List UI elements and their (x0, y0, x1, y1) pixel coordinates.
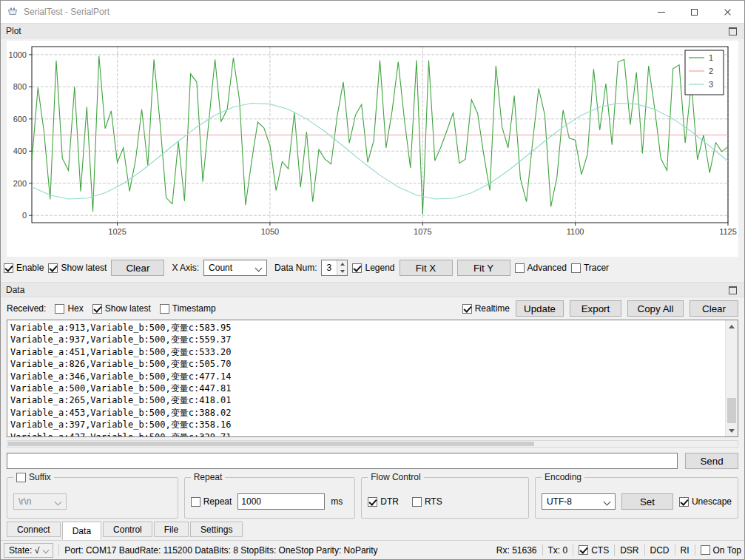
svg-text:1100: 1100 (567, 227, 584, 236)
tab-settings[interactable]: Settings (190, 522, 243, 537)
plot-show-latest-label: Show latest (61, 263, 107, 273)
plot-controls: Enable Show latest Clear X Axis: Count D… (1, 257, 744, 282)
plot-canvas[interactable]: 1025105010751100112502004006008001000123 (7, 41, 738, 252)
data-show-latest-box[interactable] (92, 304, 102, 314)
horizontal-scrollbar[interactable] (7, 440, 738, 448)
hex-checkbox[interactable]: Hex (55, 303, 83, 314)
suffix-checkbox[interactable]: Suffix (16, 472, 51, 482)
enable-checkbox[interactable]: Enable (4, 263, 44, 273)
copy-all-button[interactable]: Copy All (627, 300, 684, 317)
plot-clear-button[interactable]: Clear (111, 260, 164, 276)
update-button[interactable]: Update (516, 300, 564, 317)
rts-checkbox[interactable]: RTS (412, 496, 442, 507)
vertical-scrollbar[interactable] (725, 320, 738, 436)
port-info: Port: COM17 BaudRate: 115200 DataBits: 8… (64, 545, 377, 556)
x-axis-combo[interactable]: Count (203, 260, 267, 276)
fit-y-button[interactable]: Fit Y (457, 260, 510, 276)
maximize-icon (691, 9, 698, 16)
suffix-value: \r\n (18, 496, 31, 507)
repeat-interval-input[interactable] (237, 493, 325, 510)
tab-connect[interactable]: Connect (7, 522, 61, 537)
scroll-up-icon[interactable] (726, 320, 738, 332)
rts-checkbox-box[interactable] (412, 497, 422, 507)
on-top-checkbox-box[interactable] (701, 545, 710, 555)
plot-show-latest-box[interactable] (48, 263, 58, 273)
repeat-group-title: Repeat (191, 472, 226, 482)
advanced-checkbox-box[interactable] (515, 263, 525, 273)
minimize-icon (658, 12, 665, 13)
tab-control[interactable]: Control (103, 522, 152, 537)
enable-checkbox-box[interactable] (4, 263, 13, 273)
dtr-checkbox[interactable]: DTR (368, 496, 399, 507)
send-button[interactable]: Send (685, 453, 738, 469)
svg-text:1: 1 (709, 53, 713, 62)
repeat-unit-label: ms (331, 496, 343, 507)
repeat-checkbox[interactable]: Repeat (191, 496, 232, 507)
legend-checkbox[interactable]: Legend (352, 263, 394, 273)
scroll-down-icon[interactable] (726, 425, 738, 436)
data-num-spinner[interactable]: 3 (321, 260, 348, 276)
tab-data[interactable]: Data (62, 522, 101, 540)
svg-text:0: 0 (22, 211, 27, 220)
unescape-checkbox-box[interactable] (679, 497, 689, 507)
hex-checkbox-box[interactable] (55, 304, 64, 314)
spin-down-icon[interactable] (337, 268, 347, 275)
data-clear-button[interactable]: Clear (690, 300, 738, 317)
scrollbar-thumb[interactable] (727, 398, 736, 423)
tab-file[interactable]: File (154, 522, 189, 537)
plot-dock-title: Plot (6, 26, 727, 36)
export-button[interactable]: Export (570, 300, 621, 317)
svg-text:800: 800 (13, 82, 27, 91)
plot-show-latest-checkbox[interactable]: Show latest (48, 263, 107, 273)
received-line: Variable_a:451,Variable_b:500,变量c:533.20 (10, 346, 735, 358)
send-option-groups: Suffix \r\n Repeat Repeat ms Flow Contro… (7, 477, 738, 519)
close-button[interactable] (711, 1, 744, 23)
suffix-group: Suffix \r\n (7, 477, 178, 519)
data-show-latest-checkbox[interactable]: Show latest (92, 303, 151, 314)
realtime-checkbox-box[interactable] (462, 304, 472, 314)
tracer-checkbox[interactable]: Tracer (571, 263, 609, 273)
received-line: Variable_a:913,Variable_b:500,变量c:583.95 (10, 322, 735, 334)
svg-text:2: 2 (709, 67, 713, 75)
unescape-checkbox[interactable]: Unescape (679, 496, 732, 507)
advanced-checkbox[interactable]: Advanced (515, 263, 567, 273)
svg-text:400: 400 (13, 146, 27, 155)
dtr-label: DTR (380, 496, 399, 507)
on-top-label: On Top (713, 545, 741, 556)
received-text-area[interactable]: Variable_a:913,Variable_b:500,变量c:583.95… (7, 320, 738, 437)
timestamp-checkbox-box[interactable] (160, 304, 169, 314)
send-input[interactable] (7, 453, 678, 469)
realtime-checkbox[interactable]: Realtime (462, 303, 510, 314)
statusbar: State: √ Port: COM17 BaudRate: 115200 Da… (1, 540, 744, 559)
legend-checkbox-box[interactable] (352, 263, 362, 273)
svg-text:1025: 1025 (108, 227, 126, 236)
dtr-checkbox-box[interactable] (368, 497, 377, 507)
spin-up-icon[interactable] (337, 260, 347, 268)
state-combo[interactable]: State: √ (4, 543, 53, 558)
suffix-label: Suffix (29, 472, 51, 482)
on-top-checkbox[interactable]: On Top (701, 545, 741, 556)
data-num-label: Data Num: (274, 263, 317, 273)
repeat-checkbox-box[interactable] (191, 497, 200, 507)
svg-text:3: 3 (709, 80, 713, 89)
data-num-value: 3 (326, 263, 331, 273)
minimize-button[interactable] (644, 1, 678, 23)
fit-x-button[interactable]: Fit X (400, 260, 453, 276)
received-line: Variable_a:826,Variable_b:500,变量c:505.70 (10, 358, 735, 370)
hscrollbar-thumb[interactable] (8, 442, 534, 446)
repeat-group: Repeat Repeat ms (184, 477, 356, 519)
suffix-checkbox-box[interactable] (16, 473, 26, 482)
send-row: Send (1, 448, 744, 473)
window-title: SerialTest - SerialPort (24, 7, 644, 17)
encoding-combo[interactable]: UTF-8 (542, 493, 616, 510)
advanced-label: Advanced (527, 263, 567, 273)
cts-indicator[interactable]: CTS (579, 545, 609, 556)
maximize-button[interactable] (678, 1, 711, 23)
plot-float-button[interactable] (727, 26, 739, 36)
data-float-button[interactable] (727, 285, 739, 295)
tracer-checkbox-box[interactable] (571, 263, 581, 273)
enable-label: Enable (16, 263, 44, 273)
app-window: SerialTest - SerialPort Plot 10251050107… (0, 0, 745, 560)
timestamp-checkbox[interactable]: Timestamp (160, 303, 216, 314)
encoding-set-button[interactable]: Set (621, 493, 673, 510)
